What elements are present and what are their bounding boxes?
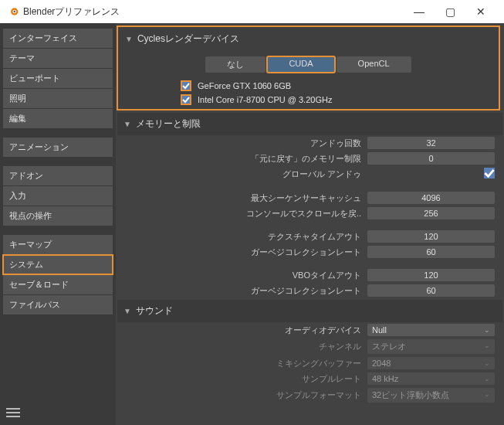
channels-label: チャンネル (125, 341, 367, 352)
sample-format-label: サンプルフォーマット (125, 389, 367, 401)
sidebar-item-6[interactable]: アドオン (3, 166, 113, 185)
sample-format-field[interactable]: 32ビット浮動小数点⌄ (367, 388, 495, 403)
title-bar: Blenderプリファレンス — ▢ ✕ (0, 0, 504, 23)
gc-rate2-field[interactable]: 60 (367, 284, 495, 297)
hamburger-icon (6, 406, 20, 416)
sidebar-item-4[interactable]: 編集 (3, 109, 113, 128)
minimize-button[interactable]: — (404, 5, 435, 18)
channels-field[interactable]: ステレオ⌄ (367, 339, 495, 354)
chevron-down-icon: ⌄ (484, 375, 490, 382)
tex-timeout-label: テクスチャタイムアウト (125, 231, 367, 243)
sound-title: サウンド (136, 304, 173, 318)
sidebar-item-3[interactable]: 照明 (3, 89, 113, 108)
chevron-down-icon: ▼ (125, 35, 133, 43)
device-row-0: GeForce GTX 1060 6GB (181, 80, 498, 91)
chevron-down-icon: ⌄ (484, 390, 490, 398)
undo-steps-label: アンドゥ回数 (125, 138, 367, 149)
sidebar-item-8[interactable]: 視点の操作 (3, 206, 113, 226)
blender-icon (8, 6, 19, 17)
sidebar-item-9[interactable]: キーマップ (3, 235, 113, 254)
undo-mem-label: 「元に戻す」のメモリー制限 (125, 153, 367, 165)
undo-steps-field[interactable]: 32 (367, 137, 495, 149)
hamburger-menu[interactable] (0, 400, 116, 425)
sidebar: インターフェイステーマビューポート照明編集アニメーションアドオン入力視点の操作キ… (0, 23, 116, 425)
tex-timeout-field[interactable]: 120 (367, 230, 495, 243)
device-row-1: Intel Core i7-8700 CPU @ 3.20GHz (181, 94, 498, 105)
device-checkbox[interactable] (181, 94, 191, 105)
sample-rate-label: サンプルレート (125, 373, 367, 385)
sidebar-item-1[interactable]: テーマ (3, 49, 113, 68)
memory-header[interactable]: ▼ メモリーと制限 (117, 113, 502, 135)
device-checkbox[interactable] (181, 80, 191, 91)
vbo-timeout-field[interactable]: 120 (367, 269, 495, 281)
device-label: Intel Core i7-8700 CPU @ 3.20GHz (198, 95, 332, 104)
seq-cache-field[interactable]: 4096 (367, 192, 495, 204)
global-undo-checkbox[interactable] (484, 168, 495, 178)
maximize-button[interactable]: ▢ (435, 5, 465, 18)
gc-rate-label: ガーベジコレクションレート (125, 246, 367, 258)
cycles-header[interactable]: ▼ Cyclesレンダーデバイス (119, 28, 498, 50)
sidebar-item-11[interactable]: セーブ＆ロード (3, 275, 113, 294)
sound-panel: ▼ サウンド オーディオデバイスNull⌄ チャンネルステレオ⌄ ミキシングバッ… (117, 300, 502, 404)
sidebar-item-2[interactable]: ビューポート (3, 69, 113, 88)
console-scroll-label: コンソールでスクロールを戻.. (125, 208, 367, 219)
mix-buffer-label: ミキシングバッファー (125, 358, 367, 369)
svg-point-2 (14, 11, 15, 12)
render-tab-none[interactable]: なし (205, 56, 266, 73)
content-area: ▼ Cyclesレンダーデバイス なし CUDA OpenCL GeForce … (116, 23, 504, 425)
chevron-down-icon: ▼ (123, 307, 131, 315)
sidebar-item-5[interactable]: アニメーション (3, 138, 113, 157)
audio-device-label: オーディオデバイス (125, 325, 367, 336)
console-scroll-field[interactable]: 256 (367, 207, 495, 219)
memory-title: メモリーと制限 (136, 117, 201, 131)
undo-mem-field[interactable]: 0 (367, 152, 495, 165)
chevron-down-icon: ⌄ (484, 359, 490, 367)
gc-rate-field[interactable]: 60 (367, 246, 495, 258)
sidebar-item-0[interactable]: インターフェイス (3, 29, 113, 48)
sidebar-item-10[interactable]: システム (3, 255, 113, 274)
chevron-down-icon: ⌄ (484, 342, 490, 349)
device-label: GeForce GTX 1060 6GB (198, 81, 291, 90)
chevron-down-icon: ▼ (123, 120, 131, 128)
vbo-timeout-label: VBOタイムアウト (125, 270, 367, 281)
memory-panel: ▼ メモリーと制限 アンドゥ回数32 「元に戻す」のメモリー制限0 グローバル … (117, 113, 502, 298)
render-tab-opencl[interactable]: OpenCL (337, 56, 411, 73)
chevron-down-icon: ⌄ (484, 326, 490, 334)
close-button[interactable]: ✕ (465, 5, 496, 18)
sample-rate-field[interactable]: 48 kHz⌄ (367, 372, 495, 385)
cycles-panel: ▼ Cyclesレンダーデバイス なし CUDA OpenCL GeForce … (117, 26, 499, 110)
cycles-title: Cyclesレンダーデバイス (137, 32, 239, 46)
audio-device-field[interactable]: Null⌄ (367, 324, 495, 336)
sidebar-item-12[interactable]: ファイルパス (3, 295, 113, 314)
global-undo-label: グローバル アンドゥ (125, 168, 367, 180)
sidebar-item-7[interactable]: 入力 (3, 186, 113, 206)
render-tab-cuda[interactable]: CUDA (267, 56, 334, 73)
seq-cache-label: 最大シーケンサーキャッシュ (125, 192, 367, 204)
window-title: Blenderプリファレンス (23, 5, 404, 19)
sound-header[interactable]: ▼ サウンド (117, 300, 502, 322)
mix-buffer-field[interactable]: 2048⌄ (367, 357, 495, 369)
gc-rate2-label: ガーベジコレクションレート (125, 285, 367, 297)
